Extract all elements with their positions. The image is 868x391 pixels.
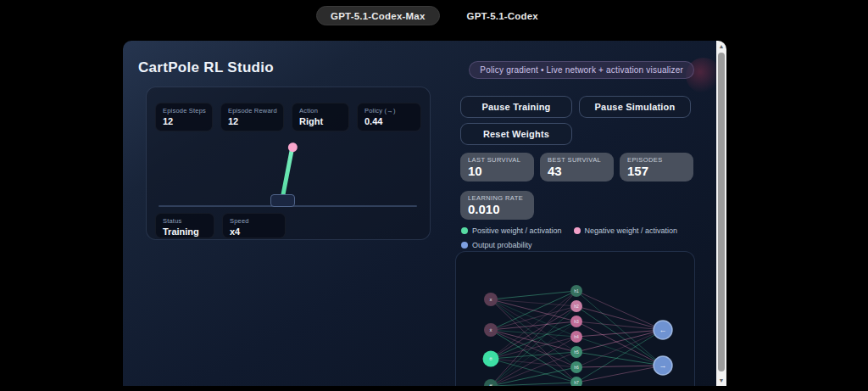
legend-item: Negative weight / activation [574, 226, 678, 235]
legend-dot [574, 227, 581, 234]
network-node-label: h4 [574, 334, 579, 339]
network-visualization: xẋθθ̇h1h2h3h4h5h6h7←→ [456, 252, 695, 386]
stat-chip-action: ActionRight [292, 103, 349, 131]
training-stat-label: LAST SURVIVAL [468, 156, 526, 164]
legend-dot [461, 227, 468, 234]
training-stat-episodes: EPISODES157 [620, 153, 693, 182]
legend-dot [461, 242, 468, 249]
stat-chip-label: Episode Reward [228, 107, 276, 115]
network-node-label: h7 [574, 380, 579, 385]
legend-label: Positive weight / activation [472, 226, 562, 235]
training-stat-label: LEARNING RATE [468, 194, 526, 202]
network-node-label: → [659, 361, 667, 370]
stat-chip-value: Training [163, 226, 207, 237]
training-stats: LAST SURVIVAL10BEST SURVIVAL43EPISODES15… [460, 153, 694, 220]
network-card: xẋθθ̇h1h2h3h4h5h6h7←→ [455, 251, 695, 386]
scrollbar[interactable]: ▲ ▼ [716, 41, 726, 386]
legend-item: Positive weight / activation [461, 226, 562, 235]
tab-gpt-5-1-codex-max[interactable]: GPT-5.1-Codex-Max [316, 6, 439, 25]
training-stat-label: EPISODES [627, 156, 686, 164]
network-edge [491, 291, 576, 330]
model-tab-bar: GPT-5.1-Codex-MaxGPT-5.1-Codex [0, 0, 868, 41]
stat-chip-status: StatusTraining [155, 213, 214, 238]
stat-chip-episode-reward: Episode Reward12 [220, 103, 284, 131]
network-node-label: h1 [574, 288, 579, 293]
legend-label: Output probability [472, 241, 532, 249]
network-edge [576, 306, 663, 330]
training-stat-value: 157 [627, 164, 686, 178]
stat-chip-label: Status [163, 217, 207, 225]
cart [270, 194, 295, 207]
network-edge [491, 359, 576, 367]
training-stat-value: 0.010 [468, 202, 526, 216]
page-title: CartPole RL Studio [138, 59, 274, 76]
pause-training-button[interactable]: Pause Training [460, 96, 572, 118]
training-stat-label: BEST SURVIVAL [548, 156, 606, 164]
network-edge [576, 366, 663, 367]
training-stat-last-survival: LAST SURVIVAL10 [460, 153, 534, 182]
pole-rod [281, 147, 294, 198]
stat-chip-value: Right [299, 116, 342, 126]
stat-chip-speed: Speedx4 [222, 213, 286, 238]
network-node-label: ← [659, 326, 667, 334]
network-node-label: h6 [574, 365, 579, 370]
network-edge [576, 366, 663, 383]
stat-chip-value: 12 [228, 116, 276, 126]
stat-chip-policy-: Policy (→)0.44 [357, 103, 421, 131]
network-node-label: h5 [574, 349, 579, 355]
network-edge [491, 291, 576, 299]
subtitle-badge: Policy gradient • Live network + activat… [469, 61, 694, 79]
training-stat-value: 10 [468, 164, 526, 178]
simulation-card: Episode Steps12Episode Reward12ActionRig… [146, 87, 431, 240]
legend-label: Negative weight / activation [585, 226, 678, 235]
scrollbar-up-arrow[interactable]: ▲ [716, 43, 726, 49]
network-edge [491, 321, 576, 330]
tab-gpt-5-1-codex[interactable]: GPT-5.1-Codex [453, 6, 552, 25]
stat-chip-value: x4 [230, 226, 278, 237]
stat-chip-label: Episode Steps [163, 107, 205, 115]
main-panel: CartPole RL Studio Policy gradient • Liv… [123, 41, 716, 386]
network-edge [576, 291, 663, 330]
training-stat-learning-rate: LEARNING RATE0.010 [460, 191, 534, 220]
stat-chip-label: Policy (→) [364, 107, 414, 115]
stat-chip-episode-steps: Episode Steps12 [155, 103, 213, 131]
app-window: CartPole RL Studio Policy gradient • Liv… [123, 41, 726, 386]
stat-chip-label: Action [299, 107, 342, 115]
legend-item: Output probability [461, 241, 532, 249]
pole [281, 147, 294, 198]
stat-chip-value: 12 [163, 116, 205, 126]
network-edge [491, 306, 576, 359]
network-node-label: x [490, 297, 492, 302]
reset-weights-button[interactable]: Reset Weights [460, 123, 572, 145]
screen: GPT-5.1-Codex-MaxGPT-5.1-Codex CartPole … [0, 0, 868, 391]
network-node-label: h3 [574, 319, 579, 324]
network-node-label: ẋ [490, 327, 492, 332]
scrollbar-thumb[interactable] [718, 53, 725, 371]
training-stat-value: 43 [548, 164, 606, 178]
pause-simulation-button[interactable]: Pause Simulation [579, 96, 691, 118]
network-node-label: h2 [574, 304, 579, 309]
stat-chip-label: Speed [230, 217, 278, 225]
sim-stats-row: Episode Steps12Episode Reward12ActionRig… [155, 103, 421, 131]
stat-chip-value: 0.44 [364, 116, 414, 126]
sim-footer-row: StatusTrainingSpeedx4 [155, 213, 286, 238]
training-stat-best-survival: BEST SURVIVAL43 [540, 153, 614, 182]
network-edge [491, 352, 576, 386]
legend: Positive weight / activationNegative wei… [461, 226, 698, 249]
scrollbar-down-arrow[interactable]: ▼ [716, 377, 726, 383]
